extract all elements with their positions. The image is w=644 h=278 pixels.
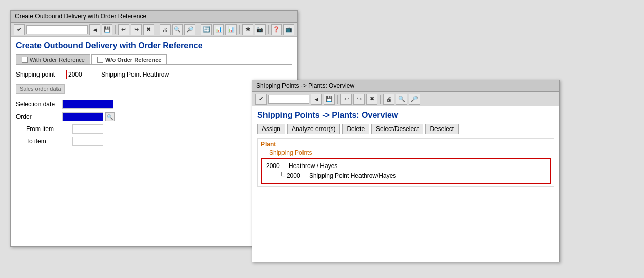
window1-toolbar: ✔ ◄ 💾 ↩ ↪ ✖ 🖨 🔍 🔎 🔄 📊 📊 ✱ 📷 ❓ 📺	[11, 23, 297, 37]
w2-toolbar-input[interactable]	[268, 95, 309, 104]
display-btn[interactable]: 📺	[283, 24, 294, 35]
deselect-label: Deselect	[430, 125, 454, 133]
back-btn[interactable]: ↩	[118, 24, 129, 35]
sales-order-section-label: Sales order data	[16, 84, 65, 94]
w2-find-btn[interactable]: 🔍	[396, 94, 407, 105]
order-search-btn[interactable]: 🔍	[105, 112, 115, 121]
w2-cancel-btn[interactable]: ✖	[366, 94, 377, 105]
forward-btn[interactable]: ↪	[131, 24, 142, 35]
analyze-errors-btn[interactable]: Analyze error(s)	[287, 124, 340, 134]
w2-checkmark-btn[interactable]: ✔	[255, 94, 267, 105]
shipping-point-desc: Shipping Point Heathrow	[101, 71, 169, 78]
from-item-row: From item	[16, 124, 292, 134]
shipping-point-name: Shipping Point Heathrow/Hayes	[309, 172, 396, 179]
sep5	[268, 25, 269, 34]
w2-save-btn[interactable]: 💾	[324, 94, 335, 105]
window2-content: Shipping Points -> Plants: Overview Assi…	[252, 106, 559, 191]
delete-label: Delete	[347, 125, 365, 133]
tree-item-plant[interactable]: 2000 Heathrow / Hayes	[264, 161, 547, 171]
sep4	[239, 25, 240, 34]
w2-sep1	[337, 95, 338, 104]
window1-title: Create Outbound Delivery with Order Refe…	[15, 13, 146, 20]
window2: Shipping Points -> Plants: Overview ✔ ◄ …	[252, 80, 560, 262]
connector-icon: └	[279, 172, 285, 180]
nav-left-btn[interactable]: ◄	[89, 24, 100, 35]
w2-back-btn[interactable]: ↩	[340, 94, 352, 105]
shipping-point-input[interactable]	[66, 70, 97, 79]
analyze-errors-label: Analyze error(s)	[292, 125, 335, 133]
w2-forward-btn[interactable]: ↪	[353, 94, 365, 105]
tree-item-shipping-point[interactable]: └ 2000 Shipping Point Heathrow/Hayes	[264, 171, 547, 181]
to-item-row: To item	[16, 137, 292, 146]
plant-header: Plant	[261, 141, 551, 148]
shipping-point-code: 2000	[287, 172, 307, 179]
window2-page-title: Shipping Points -> Plants: Overview	[257, 110, 554, 120]
w2-sep2	[380, 95, 381, 104]
tab-bar: With Order Reference W/o Order Reference	[16, 54, 292, 65]
checkmark-btn[interactable]: ✔	[14, 24, 25, 35]
tree-selected-group: 2000 Heathrow / Hayes └ 2000 Shipping Po…	[261, 158, 551, 184]
shipping-points-header: Shipping Points	[261, 149, 551, 156]
find2-btn[interactable]: 🔎	[184, 24, 195, 35]
to-item-input[interactable]	[72, 137, 103, 146]
tab2-icon	[97, 57, 103, 63]
sales-order-section: Sales order data Selection date Order 🔍 …	[16, 84, 292, 146]
assign-btn[interactable]: Assign	[257, 124, 285, 134]
chart-btn[interactable]: 📊	[213, 24, 224, 35]
window2-toolbar: ✔ ◄ 💾 ↩ ↪ ✖ 🖨 🔍 🔎	[252, 92, 559, 106]
select-deselect-btn[interactable]: Select/Deselect	[371, 124, 423, 134]
order-input-row: 🔍	[62, 112, 115, 121]
find-btn[interactable]: 🔍	[172, 24, 183, 35]
snapshot-btn[interactable]: 📷	[255, 24, 266, 35]
sep1	[115, 25, 116, 34]
selection-date-row: Selection date	[16, 100, 292, 109]
deselect-btn[interactable]: Deselect	[425, 124, 459, 134]
tab-with-order-ref[interactable]: With Order Reference	[16, 54, 90, 64]
refresh-btn[interactable]: 🔄	[201, 24, 212, 35]
selection-date-input[interactable]	[62, 100, 113, 109]
tree-area: Plant Shipping Points 2000 Heathrow / Ha…	[257, 138, 554, 187]
action-btn-bar: Assign Analyze error(s) Delete Select/De…	[257, 124, 554, 134]
select-deselect-label: Select/Deselect	[376, 125, 419, 133]
tab-without-order-ref[interactable]: W/o Order Reference	[91, 54, 167, 64]
print-btn[interactable]: 🖨	[160, 24, 171, 35]
sep2	[157, 25, 157, 34]
order-row: Order 🔍	[16, 112, 292, 121]
order-input[interactable]	[62, 112, 103, 121]
selection-date-label: Selection date	[16, 101, 62, 108]
shipping-point-label: Shipping point	[16, 71, 62, 78]
toolbar-input[interactable]	[26, 25, 88, 34]
sep3	[198, 25, 198, 34]
save-btn[interactable]: 💾	[102, 24, 112, 35]
delete-btn[interactable]: Delete	[342, 124, 369, 134]
to-item-label: To item	[26, 138, 72, 145]
assign-label: Assign	[262, 125, 280, 133]
tab2-label: W/o Order Reference	[105, 57, 161, 63]
from-item-input[interactable]	[72, 124, 103, 134]
tab1-label: With Order Reference	[30, 57, 85, 63]
help-btn[interactable]: ❓	[271, 24, 282, 35]
window2-titlebar: Shipping Points -> Plants: Overview	[252, 80, 559, 92]
chart2-btn[interactable]: 📊	[225, 24, 236, 35]
w2-print-btn[interactable]: 🖨	[383, 94, 394, 105]
star-btn[interactable]: ✱	[242, 24, 253, 35]
shipping-point-row: Shipping point Shipping Point Heathrow	[16, 70, 292, 79]
from-item-label: From item	[26, 125, 72, 133]
cancel-btn[interactable]: ✖	[143, 24, 154, 35]
plant-code: 2000	[266, 162, 287, 170]
window2-title: Shipping Points -> Plants: Overview	[256, 82, 354, 89]
window1-page-title: Create Outbound Delivery with Order Refe…	[16, 41, 292, 50]
w2-find2-btn[interactable]: 🔎	[409, 94, 420, 105]
window1-titlebar: Create Outbound Delivery with Order Refe…	[11, 11, 297, 23]
plant-name: Heathrow / Hayes	[289, 162, 337, 170]
w2-nav-left-btn[interactable]: ◄	[311, 94, 322, 105]
tab1-icon	[22, 57, 28, 63]
order-label: Order	[16, 113, 62, 120]
